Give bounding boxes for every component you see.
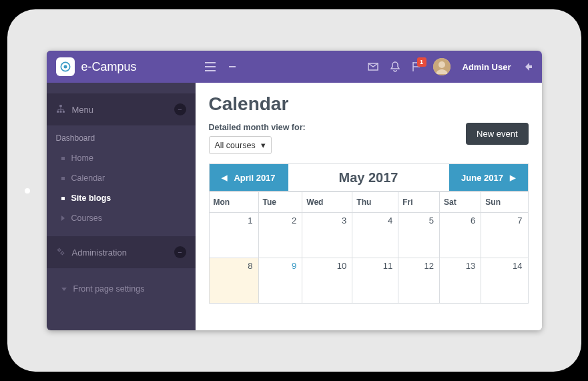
sidebar-item-label: Front page settings [73, 284, 145, 294]
select-value: All courses [215, 141, 256, 150]
svg-rect-4 [62, 110, 64, 112]
calendar-cell[interactable]: 9 [258, 258, 302, 304]
day-header: Mon [209, 192, 258, 213]
calendar-cell[interactable]: 4 [352, 213, 398, 258]
menu-group-dashboard: Dashboard [47, 125, 196, 148]
day-header: Tue [258, 192, 302, 213]
tablet-frame: e-Campus Menu − Dashboard Home [7, 9, 581, 372]
hamburger-icon[interactable] [205, 62, 216, 71]
next-month-label: June 2017 [461, 173, 503, 183]
current-month-label: May 2017 [288, 164, 449, 191]
calendar-cell[interactable]: 10 [302, 258, 352, 304]
filter-label: Detailed month view for: [209, 123, 306, 132]
bullet-icon [61, 157, 65, 160]
sidebar-item-home[interactable]: Home [47, 148, 196, 168]
username-label[interactable]: Admin User [463, 62, 511, 72]
calendar-nav: ◀ April 2017 May 2017 June 2017 ▶ [209, 163, 529, 192]
svg-rect-8 [229, 66, 236, 67]
calendar-cell-today[interactable]: 8 [209, 258, 258, 304]
avatar[interactable] [433, 58, 451, 75]
minimize-icon[interactable] [228, 62, 237, 71]
prev-month-button[interactable]: ◀ April 2017 [210, 164, 288, 191]
sidebar-item-site-blogs[interactable]: Site blogs [47, 188, 196, 208]
svg-rect-2 [59, 105, 62, 107]
content: Calendar Detailed month view for: All co… [196, 83, 542, 330]
svg-rect-5 [59, 110, 61, 112]
sidebar-item-label: Home [71, 153, 93, 163]
svg-point-11 [438, 61, 445, 68]
calendar-table: Mon Tue Wed Thu Fri Sat Sun 1 [209, 192, 529, 304]
day-header: Fri [398, 192, 440, 213]
tablet-home-button[interactable] [25, 188, 30, 194]
day-header: Sun [481, 192, 528, 213]
brand-logo-icon [56, 57, 75, 76]
calendar-cell[interactable]: 1 [209, 213, 258, 258]
svg-point-6 [57, 248, 60, 251]
triangle-left-icon: ◀ [222, 173, 227, 182]
calendar-cell[interactable]: 6 [440, 213, 481, 258]
sidebar-item-front-page-settings[interactable]: Front page settings [47, 279, 196, 299]
gears-icon [56, 247, 65, 258]
sidebar-item-calendar[interactable]: Calendar [47, 168, 196, 188]
svg-point-7 [61, 252, 63, 254]
prev-month-label: April 2017 [234, 173, 275, 183]
admin-section-header[interactable]: Administration − [47, 236, 196, 268]
brand-bar: e-Campus [47, 51, 196, 83]
svg-rect-3 [57, 110, 59, 112]
bell-icon[interactable] [390, 61, 400, 72]
sitemap-icon [56, 104, 65, 115]
calendar-cell[interactable]: 11 [352, 258, 398, 304]
main-area: 1 Admin User Calendar [196, 51, 542, 330]
sidebar: e-Campus Menu − Dashboard Home [47, 51, 196, 330]
back-arrow-icon[interactable] [523, 62, 533, 71]
next-month-button[interactable]: June 2017 ▶ [449, 164, 528, 191]
course-filter-select[interactable]: All courses ▾ [209, 136, 272, 154]
calendar-cell[interactable]: 12 [398, 258, 440, 304]
sidebar-item-label: Calendar [71, 173, 105, 183]
calendar-cell[interactable]: 7 [481, 213, 528, 258]
chevron-down-icon: ▾ [261, 140, 266, 150]
triangle-right-icon [61, 216, 65, 221]
svg-point-1 [63, 65, 67, 69]
sidebar-item-label: Site blogs [71, 194, 111, 203]
topbar: 1 Admin User [196, 51, 542, 83]
triangle-down-icon [61, 288, 67, 291]
collapse-icon[interactable]: − [174, 246, 186, 258]
brand-name: e-Campus [81, 60, 137, 74]
menu-section-header[interactable]: Menu − [47, 93, 196, 125]
bullet-icon [61, 177, 65, 180]
notification-badge: 1 [417, 57, 426, 67]
bullet-icon [61, 197, 65, 200]
calendar-cell[interactable]: 13 [440, 258, 481, 304]
calendar-cell[interactable]: 2 [258, 213, 302, 258]
screen: e-Campus Menu − Dashboard Home [47, 51, 542, 330]
calendar-cell[interactable]: 14 [481, 258, 528, 304]
triangle-right-icon: ▶ [510, 173, 515, 182]
mail-icon[interactable] [368, 62, 378, 71]
sidebar-item-courses[interactable]: Courses [47, 208, 196, 228]
menu-label: Menu [72, 105, 94, 115]
new-event-button[interactable]: New event [466, 123, 528, 145]
calendar-cell[interactable]: 5 [398, 213, 440, 258]
page-title: Calendar [209, 93, 529, 115]
day-header: Sat [440, 192, 481, 213]
flag-icon[interactable]: 1 [412, 61, 421, 72]
calendar-cell[interactable]: 3 [302, 213, 352, 258]
sidebar-item-label: Courses [71, 214, 103, 223]
collapse-icon[interactable]: − [174, 103, 186, 115]
day-header: Thu [352, 192, 398, 213]
day-header: Wed [302, 192, 352, 213]
admin-label: Administration [72, 248, 127, 258]
